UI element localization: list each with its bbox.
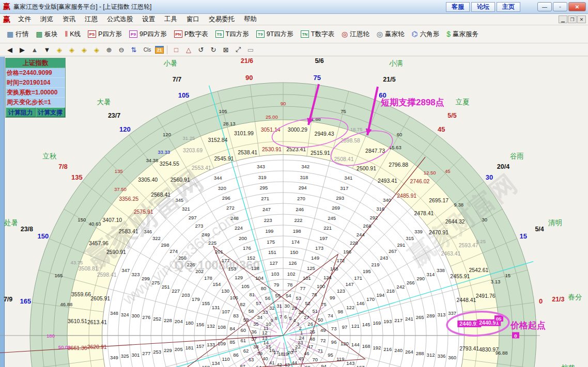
menu-item-7[interactable]: 窗口 [182, 15, 204, 24]
triangle-tool-icon[interactable]: △ [183, 45, 194, 55]
toolbar-button-T四方形[interactable]: TST四方形 [212, 27, 253, 41]
quick-link-0[interactable]: 客服 [446, 2, 470, 12]
menu-item-8[interactable]: 交易委托 [204, 15, 239, 24]
svg-text:338: 338 [437, 267, 445, 273]
quick-link-2[interactable]: 主页 [497, 2, 520, 12]
toolbar-button-江恩轮[interactable]: ◎江恩轮 [338, 27, 373, 41]
svg-text:288: 288 [416, 350, 424, 356]
calc-resistance-button[interactable]: 计算阻力 [6, 107, 36, 117]
pan-down-icon[interactable]: ◈ [91, 45, 102, 55]
svg-text:121: 121 [351, 323, 360, 329]
pan-up-icon[interactable]: ◈ [79, 45, 90, 55]
svg-text:241: 241 [405, 316, 413, 322]
flip-axis-icon[interactable]: ⇅ [128, 45, 140, 55]
child-minimize-button[interactable]: ▁ [559, 15, 567, 23]
svg-text:3407.10: 3407.10 [102, 217, 122, 223]
child-window-controls: ▁❐✕ [558, 15, 586, 23]
pointer-down-icon[interactable]: ▼ [41, 45, 53, 55]
svg-text:174: 174 [291, 239, 300, 245]
zoom-out-icon[interactable]: ⊖ [116, 45, 127, 55]
toolbar-button-P四方形[interactable]: PSP四方形 [84, 27, 126, 41]
menu-item-2[interactable]: 资讯 [58, 15, 80, 24]
svg-text:2545.91: 2545.91 [214, 155, 234, 162]
svg-text:7/7: 7/7 [173, 76, 181, 83]
svg-text:180: 180 [47, 333, 55, 339]
svg-text:2448.41: 2448.41 [456, 297, 476, 303]
svg-text:165: 165 [54, 273, 63, 278]
menu-item-3[interactable]: 江恩 [80, 15, 102, 24]
svg-text:240: 240 [394, 347, 403, 353]
menu-item-5[interactable]: 设置 [137, 15, 160, 24]
svg-text:250: 250 [178, 255, 187, 261]
clear-icon[interactable]: Cls [141, 45, 154, 55]
pointer-up-icon[interactable]: ▲ [29, 45, 40, 55]
svg-text:4: 4 [293, 317, 296, 323]
square-tool-icon[interactable]: □ [171, 45, 182, 55]
next-icon[interactable]: ▶ [17, 45, 28, 55]
svg-text:204: 204 [175, 318, 183, 324]
gann-wheel-svg[interactable]: 赢家财富网www.yingjia360.com赢家财富网QQ:100800360… [0, 57, 588, 367]
svg-text:360: 360 [448, 355, 456, 360]
toolbar-button-9P四方形[interactable]: P99P四方形 [126, 27, 171, 41]
svg-text:125: 125 [307, 265, 315, 271]
svg-text:135: 135 [71, 173, 83, 181]
delete-box-icon[interactable]: ⊠ [220, 45, 231, 55]
svg-text:321: 321 [182, 206, 190, 212]
menu-item-4[interactable]: 公式选股 [102, 15, 137, 24]
toolbar-button-K线[interactable]: ‖K线 [61, 27, 84, 41]
toolbar-button-P数字表[interactable]: PNP数字表 [171, 27, 212, 41]
toolbar-button-9T四方形[interactable]: T99T四方形 [253, 27, 297, 41]
svg-text:301: 301 [132, 352, 140, 358]
svg-text:立秋: 立秋 [42, 152, 57, 160]
svg-text:171: 171 [354, 275, 362, 281]
menu-item-6[interactable]: 工具 [160, 15, 182, 24]
calc-support-button[interactable]: 计算支撑 [36, 107, 66, 117]
menu-item-0[interactable]: 文件 [13, 15, 36, 24]
close-button[interactable]: ✕ [568, 2, 586, 11]
pan-right-icon[interactable]: ◈ [66, 45, 78, 55]
toolbar-button-行情[interactable]: ▦行情 [3, 27, 32, 41]
toolbar-label-6: T四方形 [226, 30, 249, 39]
toolbar-button-六角形[interactable]: ⌬六角形 [408, 27, 443, 41]
pan-left-icon[interactable]: ◈ [54, 45, 65, 55]
menu-item-9[interactable]: 帮助 [239, 15, 261, 24]
svg-text:324: 324 [121, 312, 129, 317]
toolbar-button-板块[interactable]: ▩板块 [32, 27, 61, 41]
svg-text:53: 53 [296, 295, 302, 301]
minimize-button[interactable]: — [537, 2, 552, 11]
svg-text:119: 119 [336, 356, 344, 362]
title-bar: 赢 赢家江恩专业版[赢家服务平台] - [上证指数 江恩轮] 客服论坛主页 — … [0, 0, 588, 14]
svg-text:37.50: 37.50 [114, 186, 127, 192]
svg-text:60: 60 [240, 327, 246, 333]
svg-text:165: 165 [20, 297, 31, 305]
quick-link-1[interactable]: 论坛 [471, 2, 495, 12]
rotate-ccw-icon[interactable]: ↺ [195, 45, 207, 55]
svg-text:181: 181 [185, 345, 194, 350]
svg-text:167: 167 [357, 364, 365, 367]
child-close-button[interactable]: ✕ [577, 15, 586, 23]
svg-text:180: 180 [20, 365, 31, 367]
maximize-button[interactable]: ▫ [553, 2, 567, 11]
menu-item-1[interactable]: 浏览 [36, 15, 58, 24]
svg-text:49: 49 [320, 327, 326, 333]
calendar-icon[interactable]: 21 [155, 46, 164, 54]
svg-text:348: 348 [110, 310, 118, 316]
svg-text:229: 229 [164, 347, 172, 353]
svg-text:2542.61: 2542.61 [469, 267, 488, 273]
toolbar-button-T数字表[interactable]: TNT数字表 [297, 27, 338, 41]
svg-text:2644.32: 2644.32 [445, 218, 465, 225]
board-icon[interactable]: ▭ [245, 45, 256, 55]
child-restore-button[interactable]: ❐ [568, 15, 577, 23]
svg-text:75: 75 [341, 108, 346, 114]
svg-text:2463.41: 2463.41 [441, 250, 460, 257]
prev-icon[interactable]: ◀ [4, 45, 16, 55]
zoom-in-icon[interactable]: ⊕ [103, 45, 115, 55]
toolbar-button-赢家服务[interactable]: $赢家服务 [443, 27, 482, 41]
svg-text:146: 146 [357, 300, 365, 306]
fit-icon[interactable]: ⤢ [233, 45, 244, 55]
rotate-cw-icon[interactable]: ↻ [208, 45, 219, 55]
toolbar-button-赢家轮[interactable]: ◎赢家轮 [373, 27, 408, 41]
svg-text:346: 346 [144, 229, 152, 234]
svg-text:21/5: 21/5 [383, 76, 395, 83]
svg-text:108: 108 [218, 324, 226, 330]
